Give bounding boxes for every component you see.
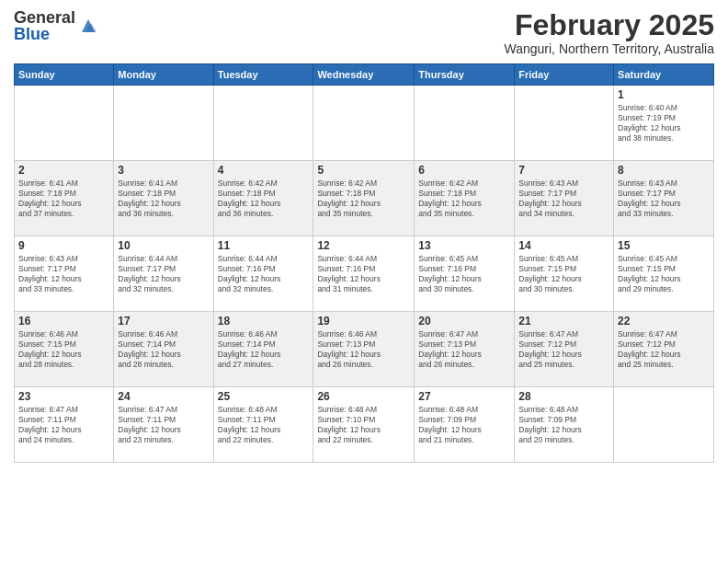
day-number: 9 (18, 239, 109, 252)
calendar-cell: 28Sunrise: 6:48 AM Sunset: 7:09 PM Dayli… (515, 387, 614, 463)
day-info: Sunrise: 6:43 AM Sunset: 7:17 PM Dayligh… (618, 178, 710, 219)
col-tuesday: Tuesday (213, 64, 313, 86)
calendar-cell: 17Sunrise: 6:46 AM Sunset: 7:14 PM Dayli… (114, 312, 213, 387)
calendar-cell: 24Sunrise: 6:47 AM Sunset: 7:11 PM Dayli… (114, 387, 213, 463)
day-number: 28 (518, 390, 609, 403)
calendar-cell: 8Sunrise: 6:43 AM Sunset: 7:17 PM Daylig… (614, 161, 714, 236)
calendar-cell: 21Sunrise: 6:47 AM Sunset: 7:12 PM Dayli… (515, 312, 614, 387)
col-monday: Monday (114, 64, 213, 86)
calendar-cell: 25Sunrise: 6:48 AM Sunset: 7:11 PM Dayli… (213, 387, 313, 463)
calendar-cell: 23Sunrise: 6:47 AM Sunset: 7:11 PM Dayli… (15, 387, 114, 463)
day-number: 23 (18, 390, 109, 403)
calendar-week-2: 9Sunrise: 6:43 AM Sunset: 7:17 PM Daylig… (15, 236, 714, 312)
day-info: Sunrise: 6:45 AM Sunset: 7:16 PM Dayligh… (418, 254, 510, 294)
day-info: Sunrise: 6:47 AM Sunset: 7:12 PM Dayligh… (518, 329, 609, 370)
day-number: 26 (317, 390, 410, 403)
calendar-cell: 27Sunrise: 6:48 AM Sunset: 7:09 PM Dayli… (415, 387, 515, 463)
logo-icon (78, 16, 98, 36)
day-info: Sunrise: 6:47 AM Sunset: 7:11 PM Dayligh… (118, 405, 209, 445)
calendar-cell: 9Sunrise: 6:43 AM Sunset: 7:17 PM Daylig… (15, 236, 114, 312)
calendar-cell: 4Sunrise: 6:42 AM Sunset: 7:18 PM Daylig… (213, 161, 313, 236)
day-info: Sunrise: 6:46 AM Sunset: 7:14 PM Dayligh… (218, 329, 310, 370)
calendar-table: Sunday Monday Tuesday Wednesday Thursday… (14, 63, 714, 463)
calendar-cell: 12Sunrise: 6:44 AM Sunset: 7:16 PM Dayli… (313, 236, 415, 312)
col-saturday: Saturday (614, 64, 714, 86)
day-info: Sunrise: 6:45 AM Sunset: 7:15 PM Dayligh… (518, 254, 609, 294)
header: General Blue February 2025 Wanguri, Nort… (14, 9, 714, 56)
day-number: 6 (418, 164, 510, 177)
day-number: 15 (618, 239, 710, 252)
logo-general-text: General (14, 8, 75, 27)
col-wednesday: Wednesday (313, 64, 415, 86)
calendar-cell: 22Sunrise: 6:47 AM Sunset: 7:12 PM Dayli… (614, 312, 714, 387)
calendar-cell: 20Sunrise: 6:47 AM Sunset: 7:13 PM Dayli… (415, 312, 515, 387)
day-number: 4 (218, 164, 310, 177)
calendar-cell (114, 86, 213, 161)
day-number: 24 (118, 390, 209, 403)
day-info: Sunrise: 6:48 AM Sunset: 7:09 PM Dayligh… (518, 405, 609, 445)
day-info: Sunrise: 6:47 AM Sunset: 7:11 PM Dayligh… (18, 405, 109, 445)
calendar-cell: 16Sunrise: 6:46 AM Sunset: 7:15 PM Dayli… (15, 312, 114, 387)
location-title: Wanguri, Northern Territory, Australia (505, 41, 715, 56)
day-number: 22 (618, 315, 710, 327)
day-info: Sunrise: 6:44 AM Sunset: 7:16 PM Dayligh… (218, 254, 310, 294)
calendar-cell: 26Sunrise: 6:48 AM Sunset: 7:10 PM Dayli… (313, 387, 415, 463)
calendar-cell (515, 86, 614, 161)
day-number: 1 (618, 88, 710, 101)
day-number: 25 (218, 390, 310, 403)
calendar-cell: 11Sunrise: 6:44 AM Sunset: 7:16 PM Dayli… (213, 236, 313, 312)
calendar-cell: 3Sunrise: 6:41 AM Sunset: 7:18 PM Daylig… (114, 161, 213, 236)
day-info: Sunrise: 6:47 AM Sunset: 7:13 PM Dayligh… (418, 329, 510, 370)
day-number: 14 (518, 239, 609, 252)
day-number: 13 (418, 239, 510, 252)
month-title: February 2025 (505, 9, 715, 41)
day-info: Sunrise: 6:41 AM Sunset: 7:18 PM Dayligh… (118, 178, 209, 219)
day-info: Sunrise: 6:43 AM Sunset: 7:17 PM Dayligh… (518, 178, 609, 219)
calendar-cell (313, 86, 415, 161)
calendar-week-1: 2Sunrise: 6:41 AM Sunset: 7:18 PM Daylig… (15, 161, 714, 236)
day-number: 2 (18, 164, 109, 177)
calendar-cell: 18Sunrise: 6:46 AM Sunset: 7:14 PM Dayli… (213, 312, 313, 387)
day-info: Sunrise: 6:47 AM Sunset: 7:12 PM Dayligh… (618, 329, 710, 370)
day-info: Sunrise: 6:46 AM Sunset: 7:13 PM Dayligh… (317, 329, 410, 370)
day-info: Sunrise: 6:42 AM Sunset: 7:18 PM Dayligh… (317, 178, 410, 219)
calendar-cell: 10Sunrise: 6:44 AM Sunset: 7:17 PM Dayli… (114, 236, 213, 312)
day-info: Sunrise: 6:45 AM Sunset: 7:15 PM Dayligh… (618, 254, 710, 294)
calendar-week-4: 23Sunrise: 6:47 AM Sunset: 7:11 PM Dayli… (15, 387, 714, 463)
calendar-cell (415, 86, 515, 161)
calendar-cell: 1Sunrise: 6:40 AM Sunset: 7:19 PM Daylig… (614, 86, 714, 161)
day-info: Sunrise: 6:44 AM Sunset: 7:16 PM Dayligh… (317, 254, 410, 294)
day-number: 21 (518, 315, 609, 327)
day-info: Sunrise: 6:48 AM Sunset: 7:11 PM Dayligh… (218, 405, 310, 445)
main-container: General Blue February 2025 Wanguri, Nort… (0, 0, 728, 472)
day-number: 19 (317, 315, 410, 327)
calendar-cell: 2Sunrise: 6:41 AM Sunset: 7:18 PM Daylig… (15, 161, 114, 236)
day-number: 3 (118, 164, 209, 177)
calendar-week-3: 16Sunrise: 6:46 AM Sunset: 7:15 PM Dayli… (15, 312, 714, 387)
day-info: Sunrise: 6:40 AM Sunset: 7:19 PM Dayligh… (618, 103, 710, 144)
calendar-cell (15, 86, 114, 161)
logo-blue-text: Blue (14, 25, 50, 43)
col-friday: Friday (515, 64, 614, 86)
day-info: Sunrise: 6:41 AM Sunset: 7:18 PM Dayligh… (18, 178, 109, 219)
day-number: 27 (418, 390, 510, 403)
calendar-cell: 13Sunrise: 6:45 AM Sunset: 7:16 PM Dayli… (415, 236, 515, 312)
day-info: Sunrise: 6:42 AM Sunset: 7:18 PM Dayligh… (218, 178, 310, 219)
calendar-cell: 5Sunrise: 6:42 AM Sunset: 7:18 PM Daylig… (313, 161, 415, 236)
logo: General Blue (14, 9, 98, 42)
col-thursday: Thursday (415, 64, 515, 86)
calendar-cell: 14Sunrise: 6:45 AM Sunset: 7:15 PM Dayli… (515, 236, 614, 312)
calendar-cell (614, 387, 714, 463)
calendar-cell: 7Sunrise: 6:43 AM Sunset: 7:17 PM Daylig… (515, 161, 614, 236)
day-info: Sunrise: 6:48 AM Sunset: 7:10 PM Dayligh… (317, 405, 410, 445)
day-number: 10 (118, 239, 209, 252)
day-info: Sunrise: 6:46 AM Sunset: 7:15 PM Dayligh… (18, 329, 109, 370)
calendar-header-row: Sunday Monday Tuesday Wednesday Thursday… (15, 64, 714, 86)
day-info: Sunrise: 6:44 AM Sunset: 7:17 PM Dayligh… (118, 254, 209, 294)
day-number: 18 (218, 315, 310, 327)
day-number: 11 (218, 239, 310, 252)
day-info: Sunrise: 6:48 AM Sunset: 7:09 PM Dayligh… (418, 405, 510, 445)
day-number: 7 (518, 164, 609, 177)
day-number: 16 (18, 315, 109, 327)
day-number: 17 (118, 315, 209, 327)
